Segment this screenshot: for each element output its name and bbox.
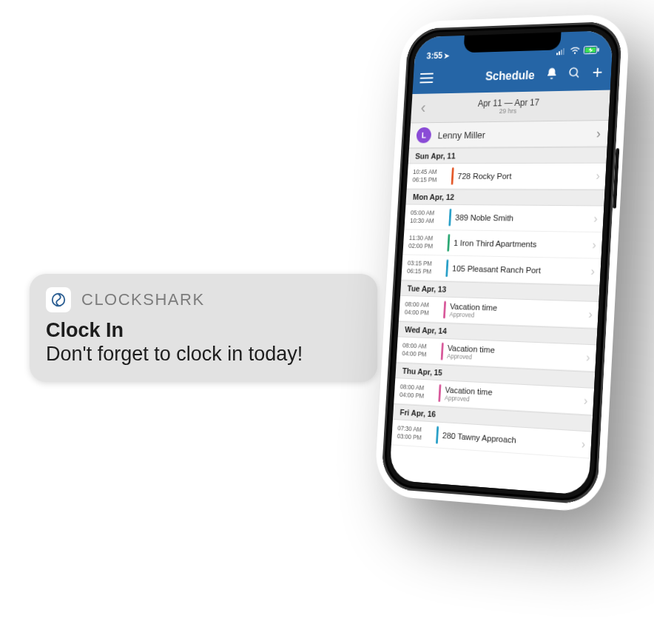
svg-point-5 <box>574 52 576 53</box>
svg-point-9 <box>570 68 578 76</box>
push-notification[interactable]: CLOCKSHARK Clock In Don't forget to cloc… <box>30 274 377 382</box>
chevron-right-icon: › <box>588 308 599 322</box>
user-name: Lenny Miller <box>437 129 485 140</box>
schedule-list[interactable]: Sun Apr, 1110:45 AM06:15 PM728 Rocky Por… <box>391 147 607 458</box>
schedule-entry[interactable]: 10:45 AM06:15 PM728 Rocky Port› <box>407 164 607 190</box>
signal-icon <box>556 47 567 57</box>
entry-main: 1 Iron Third Apartments <box>449 230 593 258</box>
entry-times: 11:30 AM02:00 PM <box>402 229 448 255</box>
entry-end-time: 04:00 PM <box>405 309 441 318</box>
search-icon[interactable] <box>567 66 581 82</box>
date-range-display[interactable]: Apr 11 — Apr 17 29 hrs <box>429 97 590 115</box>
entry-times: 07:30 AM03:00 PM <box>391 420 437 447</box>
wifi-icon <box>570 47 580 57</box>
entry-times: 05:00 AM10:30 AM <box>404 205 450 230</box>
chevron-right-icon: › <box>590 265 601 279</box>
location-arrow-icon: ➤ <box>444 51 450 59</box>
entry-start-time: 10:45 AM <box>413 168 449 175</box>
notification-header: CLOCKSHARK <box>46 287 361 312</box>
chevron-right-icon: › <box>593 212 604 226</box>
chevron-right-icon: › <box>581 437 591 452</box>
entry-title: 728 Rocky Port <box>457 172 592 181</box>
chevron-right-icon: › <box>584 394 594 408</box>
chevron-right-icon: › <box>592 238 602 252</box>
bell-icon[interactable] <box>545 67 559 83</box>
chevron-right-icon: › <box>596 126 601 141</box>
svg-rect-7 <box>598 48 599 52</box>
entry-title: 105 Pleasant Ranch Port <box>452 264 587 276</box>
svg-rect-2 <box>559 51 560 55</box>
entry-main: 280 Tawny Approach <box>437 423 581 457</box>
prev-week-button[interactable]: ‹ <box>417 97 431 118</box>
entry-end-time: 06:15 PM <box>407 267 443 276</box>
chevron-right-icon: › <box>586 351 596 365</box>
notification-app-name: CLOCKSHARK <box>81 290 205 309</box>
plus-icon[interactable] <box>590 66 604 83</box>
entry-main: 105 Pleasant Ranch Port <box>448 256 592 285</box>
status-time: 3:55 <box>426 50 442 61</box>
entry-main: Vacation timeApproved <box>445 298 589 328</box>
clockshark-logo-icon <box>46 287 71 312</box>
entry-end-time: 04:00 PM <box>402 349 438 359</box>
entry-times: 10:45 AM06:15 PM <box>407 164 452 188</box>
notification-body: Don't forget to clock in today! <box>46 342 361 367</box>
notification-title: Clock In <box>46 318 361 342</box>
day-header: Mon Apr, 12 <box>405 189 604 206</box>
svg-rect-3 <box>561 50 562 55</box>
chevron-right-icon: › <box>596 170 606 183</box>
svg-line-10 <box>576 75 579 78</box>
svg-rect-1 <box>556 53 558 55</box>
entry-end-time: 10:30 AM <box>410 217 446 225</box>
hamburger-icon[interactable] <box>419 73 434 84</box>
entry-title: 280 Tawny Approach <box>442 431 578 449</box>
phone-mockup: 3:55 ➤ Schedule <box>381 21 623 506</box>
svg-line-11 <box>597 68 598 77</box>
entry-times: 08:00 AM04:00 PM <box>399 296 445 322</box>
svg-rect-4 <box>563 48 564 55</box>
entry-title: 1 Iron Third Apartments <box>454 238 588 249</box>
